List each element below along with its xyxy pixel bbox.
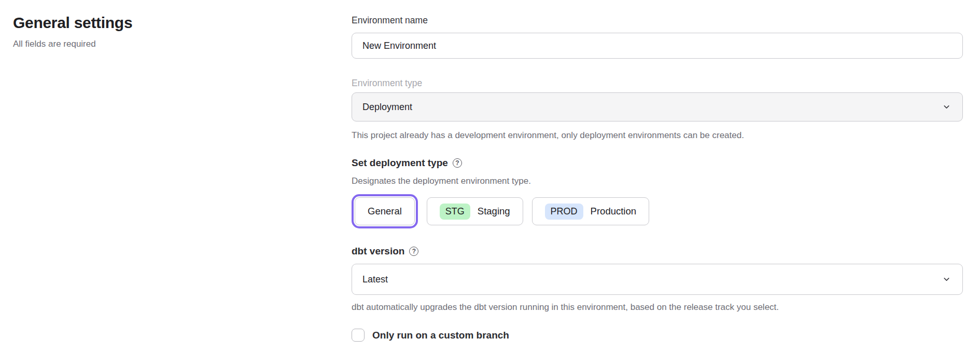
option-general-label: General bbox=[368, 206, 402, 217]
custom-branch-checkbox[interactable] bbox=[352, 329, 365, 342]
environment-name-input[interactable] bbox=[352, 33, 963, 59]
deployment-type-option-production[interactable]: PROD Production bbox=[532, 197, 649, 225]
deployment-type-label-text: Set deployment type bbox=[352, 157, 448, 169]
option-staging-label: Staging bbox=[478, 206, 510, 217]
dbt-version-helper: dbt automatically upgrades the dbt versi… bbox=[352, 302, 963, 313]
deployment-type-option-general[interactable]: General bbox=[355, 197, 415, 225]
option-production-label: Production bbox=[591, 206, 636, 217]
custom-branch-row: Only run on a custom branch bbox=[352, 329, 963, 342]
dbt-version-label-text: dbt version bbox=[352, 245, 404, 258]
environment-name-label: Environment name bbox=[352, 15, 963, 26]
settings-header: General settings All fields are required bbox=[13, 13, 324, 50]
chevron-down-icon bbox=[942, 275, 951, 284]
deployment-type-options: General STG Staging PROD Production bbox=[352, 194, 963, 229]
page-title: General settings bbox=[13, 13, 324, 32]
staging-badge: STG bbox=[440, 204, 470, 220]
dbt-version-label: dbt version ? bbox=[352, 245, 963, 258]
environment-type-helper: This project already has a development e… bbox=[352, 130, 963, 141]
environment-settings-form: Environment name Environment type Deploy… bbox=[352, 15, 963, 342]
custom-branch-label: Only run on a custom branch bbox=[372, 330, 509, 341]
page-subtitle: All fields are required bbox=[13, 38, 324, 50]
help-icon[interactable]: ? bbox=[409, 247, 418, 256]
environment-type-label: Environment type bbox=[352, 77, 963, 89]
deployment-type-option-staging[interactable]: STG Staging bbox=[427, 197, 523, 225]
environment-type-value: Deployment bbox=[362, 102, 412, 113]
dbt-version-select[interactable]: Latest bbox=[352, 264, 963, 295]
help-icon[interactable]: ? bbox=[453, 158, 462, 168]
deployment-type-label: Set deployment type ? bbox=[352, 157, 963, 169]
dbt-version-value: Latest bbox=[362, 274, 388, 285]
chevron-down-icon bbox=[942, 103, 951, 112]
production-badge: PROD bbox=[545, 204, 583, 220]
deployment-type-helper: Designates the deployment environment ty… bbox=[352, 175, 963, 187]
environment-type-select: Deployment bbox=[352, 92, 963, 121]
